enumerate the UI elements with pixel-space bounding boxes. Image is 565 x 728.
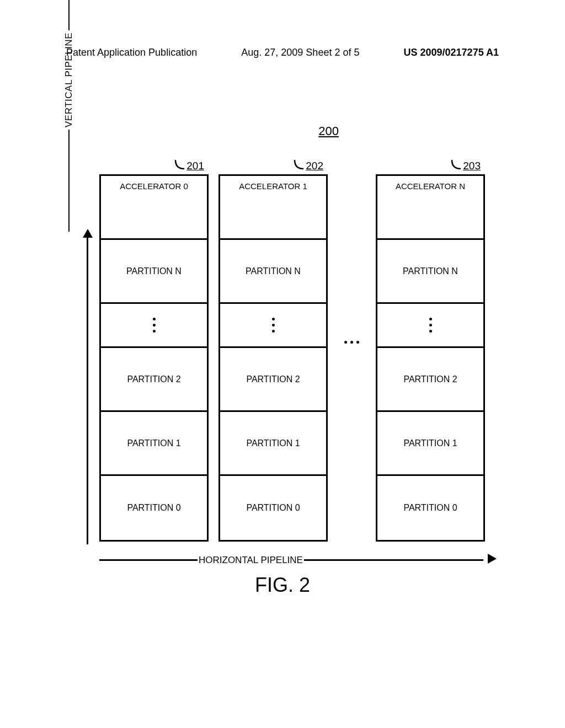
- h-arrow-line-right: [304, 559, 483, 561]
- vertical-ellipsis: [377, 304, 483, 348]
- callout-202: 202: [294, 160, 323, 172]
- vdots-icon: [429, 318, 432, 333]
- figure-reference-number: 200: [318, 124, 339, 138]
- vertical-ellipsis: [220, 304, 326, 348]
- callout-201: 201: [174, 160, 204, 172]
- figure-caption: FIG. 2: [0, 574, 565, 597]
- partition-0: PARTITION 0: [220, 476, 326, 540]
- horizontal-pipeline-label-row: HORIZONTAL PIPELINE: [99, 553, 497, 568]
- horizontal-pipeline-arrow-head-icon: [487, 553, 497, 568]
- accelerator-columns: 201 ACCELERATOR 0 PARTITION N PARTITION …: [99, 160, 497, 542]
- partition-0: PARTITION 0: [377, 476, 483, 540]
- callout-hook-icon: [451, 160, 463, 171]
- partition-n: PARTITION N: [377, 240, 483, 304]
- header-center: Aug. 27, 2009 Sheet 2 of 5: [241, 47, 359, 58]
- partition-2: PARTITION 2: [101, 348, 207, 412]
- callout-row: 201: [99, 160, 209, 173]
- column-box: ACCELERATOR 0 PARTITION N PARTITION 2 PA…: [99, 174, 209, 542]
- partition-1: PARTITION 1: [220, 412, 326, 476]
- accelerator-title: ACCELERATOR N: [377, 176, 483, 240]
- column-box: ACCELERATOR N PARTITION N PARTITION 2 PA…: [376, 174, 485, 542]
- partition-2: PARTITION 2: [377, 348, 483, 412]
- h-arrow-line-left: [99, 559, 198, 561]
- vertical-pipeline-label: VERTICAL PIPELINE: [63, 0, 74, 232]
- callout-number: 203: [463, 160, 481, 172]
- column-box: ACCELERATOR 1 PARTITION N PARTITION 2 PA…: [218, 174, 328, 542]
- accelerator-column-1: 202 ACCELERATOR 1 PARTITION N PARTITION …: [218, 160, 328, 542]
- partition-n: PARTITION N: [220, 240, 326, 304]
- callout-hook-icon: [294, 160, 306, 171]
- horizontal-pipeline-text: HORIZONTAL PIPELINE: [198, 555, 304, 566]
- partition-n: PARTITION N: [101, 240, 207, 304]
- vertical-pipeline-text: VERTICAL PIPELINE: [63, 33, 74, 127]
- callout-203: 203: [451, 160, 481, 172]
- callout-hook-icon: [174, 160, 186, 171]
- callout-row: 203: [376, 160, 485, 173]
- vertical-ellipsis: [101, 304, 207, 348]
- svg-marker-0: [83, 229, 93, 238]
- vdots-icon: [272, 318, 275, 333]
- partition-1: PARTITION 1: [101, 412, 207, 476]
- vertical-pipeline-arrow-line: [87, 234, 88, 544]
- partition-2: PARTITION 2: [220, 348, 326, 412]
- partition-1: PARTITION 1: [377, 412, 483, 476]
- callout-row: 202: [218, 160, 328, 173]
- accelerator-column-0: 201 ACCELERATOR 0 PARTITION N PARTITION …: [99, 160, 209, 542]
- partition-0: PARTITION 0: [101, 476, 207, 540]
- callout-number: 201: [186, 160, 204, 172]
- horizontal-ellipsis: [338, 160, 366, 524]
- svg-marker-1: [488, 554, 497, 564]
- vertical-pipeline-arrow-head-icon: [82, 229, 94, 241]
- vdots-icon: [153, 318, 156, 333]
- callout-number: 202: [306, 160, 323, 172]
- accelerator-column-n: 203 ACCELERATOR N PARTITION N PARTITION …: [376, 160, 485, 542]
- diagram: 201 ACCELERATOR 0 PARTITION N PARTITION …: [72, 160, 497, 542]
- header-right: US 2009/0217275 A1: [404, 47, 499, 58]
- accelerator-title: ACCELERATOR 1: [220, 176, 326, 240]
- header-left: Patent Application Publication: [66, 47, 197, 58]
- accelerator-title: ACCELERATOR 0: [101, 176, 207, 240]
- page-header: Patent Application Publication Aug. 27, …: [0, 47, 565, 58]
